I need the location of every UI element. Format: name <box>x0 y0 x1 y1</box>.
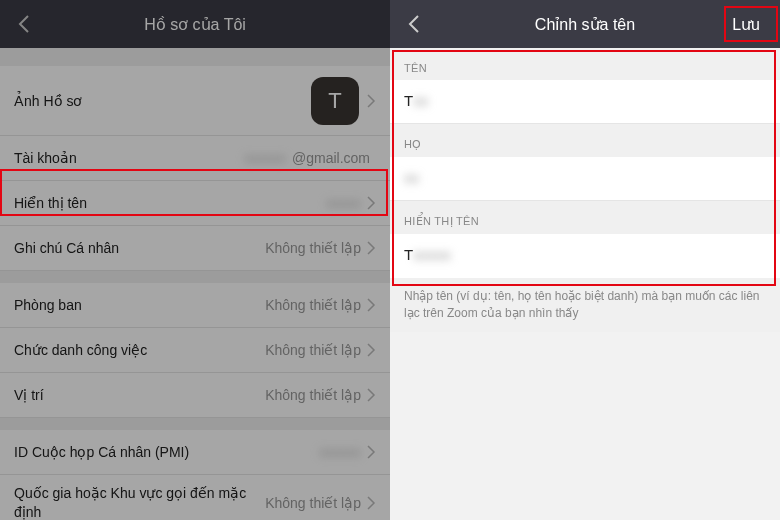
row-label: Tài khoản <box>14 150 244 166</box>
personal-note-row[interactable]: Ghi chú Cá nhân Không thiết lập <box>0 226 390 271</box>
back-button[interactable] <box>402 12 426 36</box>
first-name-input[interactable]: Txx <box>390 80 780 124</box>
row-label: Chức danh công việc <box>14 342 265 358</box>
header: Chỉnh sửa tên Lưu <box>390 0 780 48</box>
chevron-right-icon <box>367 298 376 312</box>
edit-name-content: TÊN Txx HỌ xx HIỂN THỊ TÊN Txxxxx Nhập t… <box>390 48 780 332</box>
edit-name-screen: Chỉnh sửa tên Lưu TÊN Txx HỌ xx HIỂN THỊ… <box>390 0 780 520</box>
header: Hồ sơ của Tôi <box>0 0 390 48</box>
display-name-row[interactable]: Hiển thị tên xxxxx <box>0 181 390 226</box>
profile-content: Ảnh Hồ sơ T Tài khoản xxxxxx @gmail.com … <box>0 48 390 520</box>
chevron-right-icon <box>367 196 376 210</box>
profile-photo-row[interactable]: Ảnh Hồ sơ T <box>0 66 390 136</box>
default-region-row[interactable]: Quốc gia hoặc Khu vực gọi đến mặc định K… <box>0 475 390 520</box>
last-name-input[interactable]: xx <box>390 157 780 201</box>
display-name-value-masked: xxxxx <box>326 195 361 211</box>
helper-text: Nhập tên (ví dụ: tên, họ tên hoặc biệt d… <box>390 278 780 332</box>
chevron-left-icon <box>408 15 420 33</box>
row-value: Không thiết lập <box>265 495 361 511</box>
profile-screen: Hồ sơ của Tôi Ảnh Hồ sơ T Tài khoản xxxx… <box>0 0 390 520</box>
location-row[interactable]: Vị trí Không thiết lập <box>0 373 390 418</box>
row-label: Phòng ban <box>14 297 265 313</box>
chevron-left-icon <box>18 15 30 33</box>
display-name-masked: xxxxx <box>413 246 463 263</box>
last-name-masked: xx <box>404 169 419 186</box>
row-label: Ghi chú Cá nhân <box>14 240 265 256</box>
first-name-section-label: TÊN <box>390 48 780 80</box>
row-value: Không thiết lập <box>265 342 361 358</box>
row-value: Không thiết lập <box>265 297 361 313</box>
row-value: @gmail.com <box>292 150 370 166</box>
job-title-row[interactable]: Chức danh công việc Không thiết lập <box>0 328 390 373</box>
row-value: Không thiết lập <box>265 387 361 403</box>
first-name-masked: xx <box>413 92 428 109</box>
row-label: Hiển thị tên <box>14 195 326 211</box>
row-label: ID Cuộc họp Cá nhân (PMI) <box>14 444 319 460</box>
account-value-masked: xxxxxx <box>244 150 286 166</box>
last-name-section-label: HỌ <box>390 124 780 157</box>
chevron-right-icon <box>367 445 376 459</box>
row-label: Ảnh Hồ sơ <box>14 93 311 109</box>
row-label: Quốc gia hoặc Khu vực gọi đến mặc định <box>14 484 265 520</box>
header-title: Hồ sơ của Tôi <box>144 15 246 34</box>
row-value: Không thiết lập <box>265 240 361 256</box>
chevron-right-icon <box>367 241 376 255</box>
chevron-right-icon <box>367 388 376 402</box>
chevron-right-icon <box>367 343 376 357</box>
account-row[interactable]: Tài khoản xxxxxx @gmail.com <box>0 136 390 181</box>
row-label: Vị trí <box>14 387 265 403</box>
save-button[interactable]: Lưu <box>724 11 768 38</box>
back-button[interactable] <box>12 12 36 36</box>
avatar: T <box>311 77 359 125</box>
pmi-value-masked: xxxxxx <box>319 444 361 460</box>
department-row[interactable]: Phòng ban Không thiết lập <box>0 283 390 328</box>
header-title: Chỉnh sửa tên <box>535 15 635 34</box>
display-name-field[interactable]: Txxxxx <box>390 234 780 278</box>
chevron-right-icon <box>367 94 376 108</box>
pmi-row[interactable]: ID Cuộc họp Cá nhân (PMI) xxxxxx <box>0 430 390 475</box>
chevron-right-icon <box>367 496 376 510</box>
display-name-section-label: HIỂN THỊ TÊN <box>390 201 780 234</box>
